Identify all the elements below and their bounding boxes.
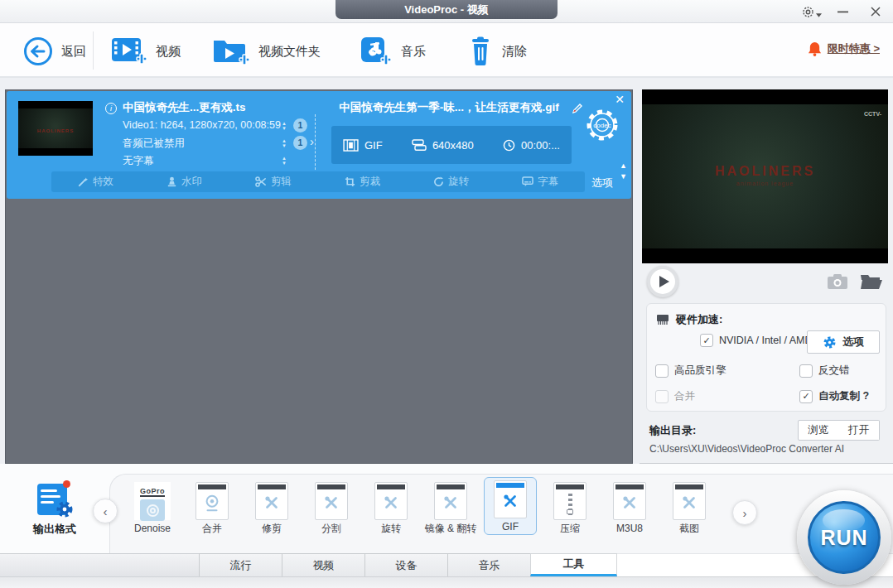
add-video-folder-icon (212, 36, 250, 67)
add-video-folder-button[interactable]: 视频文件夹 (212, 33, 321, 70)
resolution-icon (412, 139, 427, 151)
hw-accel-label: 硬件加速: (676, 312, 722, 327)
format-item-rotate[interactable]: 旋转 (364, 479, 418, 535)
audio-track-spinner[interactable]: ▲▼ (280, 138, 288, 148)
zip-page-icon (553, 482, 586, 520)
back-button[interactable]: 返回 (23, 33, 86, 70)
video-thumbnail[interactable]: HAOLINERS (18, 101, 93, 156)
format-item-split[interactable]: 分割 (305, 479, 358, 535)
bell-icon (808, 41, 822, 56)
tools-page-icon (434, 482, 467, 520)
settings-gear-icon[interactable] (800, 2, 822, 21)
format-dock: 输出格式 ‹ › GoPro Denoise 合并 (0, 464, 893, 553)
magic-wand-icon (78, 176, 89, 187)
auto-copy-checkbox[interactable] (799, 390, 813, 403)
stamp-icon (167, 176, 177, 187)
tab-device[interactable]: 设备 (364, 553, 448, 576)
subtitle-icon (522, 176, 533, 187)
toolbar-separator (93, 31, 94, 70)
format-item-screenshot[interactable]: 截图 (663, 479, 716, 535)
back-arrow-icon (23, 36, 53, 66)
webcam-page-icon (195, 482, 229, 520)
format-item-denoise[interactable]: GoPro Denoise (126, 479, 179, 535)
open-folder-icon[interactable] (860, 272, 883, 290)
add-music-button[interactable]: 音乐 (358, 33, 426, 70)
format-cell: GIF (343, 139, 383, 152)
cut-button[interactable]: 剪辑 (255, 175, 292, 189)
run-button[interactable]: RUN (797, 490, 891, 585)
tools-page-icon (255, 482, 288, 520)
subtitle-track-info: 无字幕 (123, 154, 278, 168)
format-item-compress[interactable]: 压缩 (543, 479, 596, 535)
tab-video[interactable]: 视频 (282, 553, 365, 576)
tools-page-icon (315, 482, 348, 520)
add-video-button[interactable]: 视频 (111, 33, 181, 70)
category-tabbar: 流行 视频 设备 音乐 工具 (0, 553, 893, 576)
gpu-checkbox-row[interactable]: NVIDIA / Intel / AMD (700, 334, 813, 347)
file-scroll-arrows[interactable]: ▲▼ (620, 161, 627, 182)
codec-options-label[interactable]: 选项 (582, 176, 623, 190)
tab-toolbox[interactable]: 工具 (530, 553, 617, 576)
file-item[interactable]: HAOLINERS i 中国惊奇先生...更有戏.ts Video1: h264… (7, 91, 631, 199)
video-track-spinner[interactable]: ▲▼ (280, 121, 288, 131)
film-icon (343, 139, 359, 152)
title-bar: VideoProc - 视频 (0, 0, 893, 23)
format-item-mirror-flip[interactable]: 镜像 & 翻转 (424, 479, 477, 535)
remove-file-icon[interactable]: ✕ (615, 93, 625, 106)
watermark-button[interactable]: 水印 (167, 175, 202, 189)
trash-icon (467, 36, 494, 66)
codec-gear-icon: codec (583, 106, 621, 144)
open-button[interactable]: 打开 (838, 420, 880, 441)
gopro-icon: GoPro (134, 482, 171, 520)
browse-button[interactable]: 浏览 (798, 420, 839, 441)
resolution-cell: 640x480 (412, 139, 474, 152)
format-item-m3u8[interactable]: M3U8 (603, 479, 656, 535)
clear-button[interactable]: 清除 (467, 33, 527, 70)
tools-page-icon (374, 482, 408, 520)
deinterlace-checkbox[interactable] (799, 364, 813, 378)
tab-popular[interactable]: 流行 (199, 553, 282, 576)
quality-engine-checkbox[interactable] (655, 364, 669, 378)
preview-controls (642, 266, 888, 301)
status-strip (0, 576, 893, 588)
limited-offer-link[interactable]: 限时特惠 > (808, 41, 880, 56)
scroll-left-button[interactable]: ‹ (93, 499, 118, 523)
crop-button[interactable]: 剪裁 (345, 175, 380, 189)
gear-icon (823, 335, 837, 349)
subtitle-track-spinner[interactable]: ▲▼ (280, 156, 288, 166)
rotate-button[interactable]: 旋转 (433, 175, 469, 189)
video-track-badge: 1 (293, 118, 307, 133)
format-item-gif[interactable]: GIF (484, 477, 537, 535)
hw-options-button[interactable]: 选项 (807, 330, 880, 354)
deinterlace-row[interactable]: 反交错 (799, 364, 850, 378)
format-item-trim[interactable]: 修剪 (245, 479, 298, 535)
subtitle-button[interactable]: 字幕 (522, 175, 558, 189)
scroll-right-button[interactable]: › (732, 500, 757, 525)
file-list-panel: HAOLINERS i 中国惊奇先生...更有戏.ts Video1: h264… (5, 89, 633, 464)
audio-track-info: 音频已被禁用 (123, 137, 278, 151)
scissors-icon (255, 176, 267, 187)
video-preview[interactable]: CCTV- HAOLINERS animation league (642, 89, 888, 263)
gpu-checkbox[interactable] (700, 334, 713, 347)
preview-panel: CCTV- HAOLINERS animation league (640, 79, 893, 464)
tools-page-icon (613, 482, 646, 520)
tools-page-icon (494, 480, 527, 518)
info-icon[interactable]: i (105, 103, 117, 114)
tab-music[interactable]: 音乐 (447, 553, 531, 576)
auto-copy-row[interactable]: 自动复制 ? (799, 389, 869, 403)
quality-engine-row[interactable]: 高品质引擎 (655, 364, 726, 378)
snapshot-camera-icon[interactable] (827, 273, 848, 290)
main-toolbar: 返回 视频 (0, 23, 893, 78)
play-button[interactable] (647, 266, 678, 297)
codec-options-button[interactable]: codec (582, 106, 623, 144)
output-format-button[interactable]: 输出格式 (30, 482, 80, 537)
output-format-bar[interactable]: GIF 640x480 00:00:... (331, 126, 572, 164)
output-file-name: 中国惊奇先生第一季-味...，让生活更有戏.gif (331, 100, 567, 115)
audio-track-badge: 1 (293, 136, 307, 150)
output-dir-path: C:\Users\XU\Videos\VideoProc Converter A… (649, 443, 844, 455)
add-music-icon (358, 36, 393, 67)
minimize-button[interactable] (832, 2, 853, 21)
format-item-merge[interactable]: 合并 (186, 479, 239, 535)
effects-button[interactable]: 特效 (78, 175, 113, 189)
close-button[interactable] (865, 2, 886, 21)
